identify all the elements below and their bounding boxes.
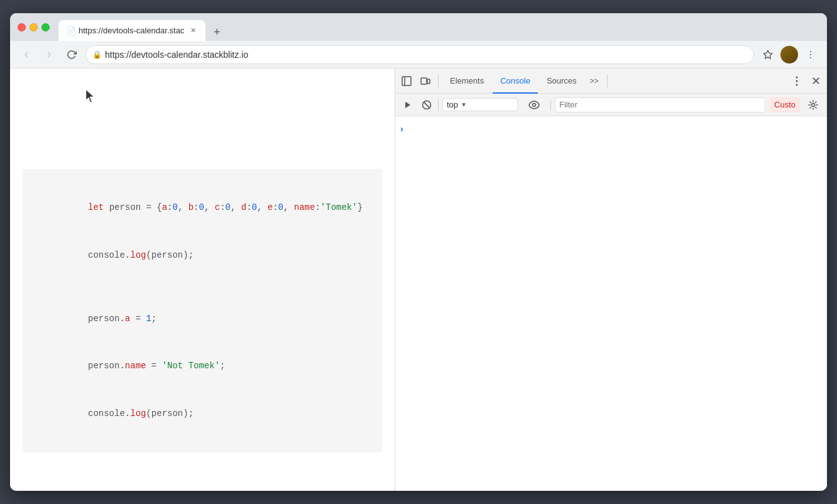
console-prompt-line[interactable]: › [395, 121, 827, 136]
tab-console[interactable]: Console [493, 68, 538, 94]
code-line-6: console.log(person); [35, 390, 369, 437]
svg-point-8 [796, 76, 798, 78]
address-right-buttons [759, 46, 819, 63]
console-separator-2 [550, 99, 551, 111]
code-line-3 [35, 279, 369, 295]
svg-point-9 [796, 80, 798, 82]
new-tab-button[interactable]: + [208, 23, 226, 41]
url-text: https://devtools-calendar.stackblitz.io [105, 50, 248, 60]
console-toolbar: top ▼ Custo [395, 94, 827, 116]
clear-console-button[interactable] [400, 97, 415, 112]
toolbar-separator-1 [438, 75, 439, 87]
console-settings-button[interactable] [804, 96, 822, 114]
svg-point-15 [812, 103, 815, 106]
forward-button[interactable] [40, 46, 58, 63]
code-line-4: person.a = 1; [35, 295, 369, 342]
svg-point-3 [810, 57, 811, 58]
traffic-lights [18, 23, 50, 31]
svg-point-14 [533, 103, 536, 106]
dropdown-arrow-icon: ▼ [461, 101, 467, 108]
maximize-button[interactable] [41, 23, 50, 31]
svg-rect-4 [402, 77, 411, 85]
svg-rect-6 [421, 78, 427, 84]
more-tabs-button[interactable]: >> [586, 72, 603, 90]
browser-tab[interactable]: 📄 https://devtools-calendar.stac ✕ [58, 20, 205, 41]
cursor-arrow-icon [85, 89, 97, 105]
svg-line-13 [424, 102, 429, 107]
svg-point-1 [810, 51, 811, 52]
content-area: let person = {a:0, b:0, c:0, d:0, e:0, n… [10, 68, 827, 491]
live-expressions-button[interactable] [522, 97, 547, 112]
page-content: let person = {a:0, b:0, c:0, d:0, e:0, n… [10, 68, 395, 491]
console-output: › [395, 116, 827, 491]
prompt-arrow-icon: › [400, 124, 403, 134]
svg-rect-7 [427, 79, 430, 84]
minimize-button[interactable] [30, 23, 38, 31]
devtools-right-actions: ✕ [788, 72, 824, 90]
tab-bar: 📄 https://devtools-calendar.stac ✕ + [58, 13, 819, 41]
tab-close-button[interactable]: ✕ [188, 26, 198, 36]
lock-icon: 🔒 [92, 50, 102, 59]
back-button[interactable] [18, 46, 35, 63]
code-block: let person = {a:0, b:0, c:0, d:0, e:0, n… [23, 169, 382, 452]
cursor-indicator [23, 81, 382, 106]
tab-sources[interactable]: Sources [539, 68, 584, 94]
code-line-5: person.name = 'Not Tomek'; [35, 342, 369, 390]
browser-window: 📄 https://devtools-calendar.stac ✕ + 🔒 h… [10, 13, 827, 491]
devtools-panel: Elements Console Sources >> ✕ [395, 68, 827, 491]
toolbar-separator-2 [607, 75, 608, 87]
context-selector[interactable]: top ▼ [442, 98, 518, 111]
reload-button[interactable] [63, 46, 80, 63]
code-line-1: let person = {a:0, b:0, c:0, d:0, e:0, n… [35, 184, 369, 232]
code-line-2: console.log(person); [35, 232, 369, 280]
address-input[interactable]: 🔒 https://devtools-calendar.stackblitz.i… [85, 45, 754, 64]
devtools-close-button[interactable]: ✕ [807, 72, 824, 90]
svg-marker-11 [405, 102, 410, 108]
svg-point-2 [810, 54, 811, 55]
console-separator-1 [438, 99, 439, 111]
bookmark-button[interactable] [759, 46, 777, 63]
title-bar: 📄 https://devtools-calendar.stac ✕ + [10, 13, 827, 41]
avatar [780, 46, 798, 63]
svg-point-10 [796, 84, 798, 85]
block-url-button[interactable] [419, 97, 434, 112]
tab-title: https://devtools-calendar.stac [79, 26, 184, 35]
tab-elements[interactable]: Elements [442, 68, 491, 94]
inspect-element-button[interactable] [398, 72, 415, 90]
more-options-button[interactable] [802, 46, 819, 63]
address-bar: 🔒 https://devtools-calendar.stackblitz.i… [10, 41, 827, 68]
device-toolbar-button[interactable] [417, 72, 434, 90]
context-label: top [447, 100, 458, 109]
tab-favicon-icon: 📄 [66, 26, 75, 35]
devtools-top-toolbar: Elements Console Sources >> ✕ [395, 68, 827, 94]
close-button[interactable] [18, 23, 26, 31]
profile-button[interactable] [780, 46, 798, 63]
svg-marker-0 [763, 50, 772, 58]
custom-levels-button[interactable]: Custo [769, 97, 801, 112]
filter-input[interactable] [555, 97, 765, 112]
devtools-more-options-button[interactable] [788, 72, 806, 90]
